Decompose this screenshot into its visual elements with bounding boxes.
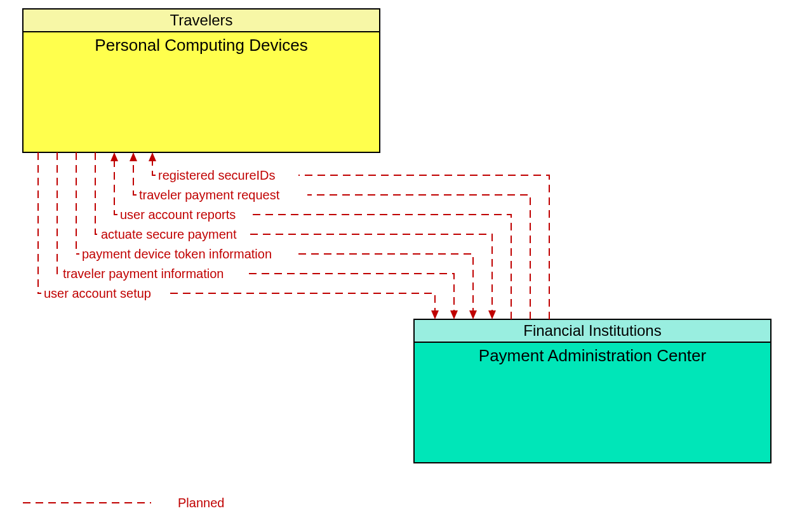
node-travelers: Travelers Personal Computing Devices	[23, 9, 380, 152]
arrowhead-icon	[431, 310, 439, 319]
node-financial: Financial Institutions Payment Administr…	[414, 319, 771, 463]
node-financial-header-text: Financial Institutions	[523, 322, 661, 339]
node-travelers-header-text: Travelers	[170, 11, 232, 29]
arrowhead-icon	[149, 152, 156, 161]
flow-label: traveler payment request	[139, 188, 280, 202]
flow-label: user account reports	[120, 208, 236, 222]
architecture-diagram: Travelers Personal Computing Devices Fin…	[0, 0, 795, 532]
legend: Planned	[23, 496, 224, 510]
flow-label: user account setup	[44, 286, 151, 300]
flow-label: payment device token information	[82, 247, 272, 261]
flow-label: registered secureIDs	[158, 168, 276, 182]
arrowhead-icon	[110, 152, 118, 161]
arrowhead-icon	[488, 310, 496, 319]
flow-label: actuate secure payment	[101, 227, 237, 241]
flow-label: traveler payment information	[63, 267, 224, 281]
legend-label: Planned	[178, 496, 224, 510]
arrowhead-icon	[130, 152, 137, 161]
node-travelers-body-text: Personal Computing Devices	[95, 36, 307, 55]
arrowhead-icon	[450, 310, 458, 319]
arrowhead-icon	[469, 310, 477, 319]
flow-actuate-secure-payment: actuate secure payment	[95, 152, 496, 319]
node-financial-body-text: Payment Administration Center	[479, 346, 707, 365]
